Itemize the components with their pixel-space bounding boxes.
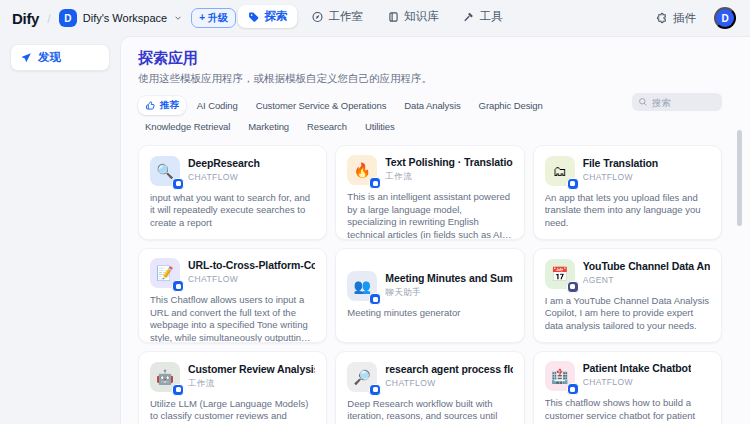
app-emoji-icon: 📝 [156, 265, 173, 281]
app-card-header: 👥 Meeting Minutes and Summary 聊天助手 [347, 271, 512, 301]
app-card-type: CHATFLOW [188, 172, 260, 182]
plugin-icon [656, 12, 668, 24]
app-card-url-to-cross-platform-copywriting[interactable]: 📝 URL-to-Cross-Platform-Copywriting CHAT… [138, 248, 327, 343]
app-card-description: input what you want to search for, and i… [150, 192, 315, 230]
app-emoji-icon: 🔥 [354, 162, 371, 178]
category-label: Customer Service & Operations [256, 100, 387, 111]
page-title: 探索应用 [138, 49, 722, 68]
search-input[interactable] [652, 97, 716, 108]
category-tab-utilities[interactable]: Utilities [358, 118, 402, 135]
app-card-titles: research agent process flow CHATFLOW [385, 362, 512, 388]
app-card-title: Meeting Minutes and Summary [385, 272, 512, 285]
sidebar: 发现 [0, 36, 120, 424]
app-card-title: research agent process flow [385, 363, 512, 376]
app-card-header: 📅 YouTube Channel Data Analysis AGENT [545, 259, 710, 289]
app-card-description: An app that lets you upload files and tr… [545, 192, 710, 230]
nav-icon [463, 11, 475, 23]
app-type-badge-icon [567, 383, 579, 395]
app-card-meeting-minutes-and-summary[interactable]: 👥 Meeting Minutes and Summary 聊天助手 Meeti… [335, 248, 524, 343]
category-tab-research[interactable]: Research [300, 118, 354, 135]
app-emoji-icon: 🏥 [551, 368, 568, 384]
vertical-scrollbar[interactable] [737, 130, 742, 226]
app-card-titles: Text Polishing · Translation Tool 工作流 [385, 155, 512, 183]
app-cards-grid: 🔍 DeepResearch CHATFLOW input what you w… [138, 145, 722, 424]
app-icon: 🔍 [150, 156, 180, 186]
logo-divider: / [47, 11, 51, 26]
thumbs-up-icon [145, 100, 156, 111]
app-card-title: DeepResearch [188, 157, 260, 170]
category-tabs: 推荐 AI Coding Customer Service & Operatio… [138, 96, 643, 135]
app-card-description: Deep Research workflow built with iterat… [347, 398, 512, 424]
nav-icon [248, 11, 260, 23]
app-card-deepresearch[interactable]: 🔍 DeepResearch CHATFLOW input what you w… [138, 145, 327, 240]
app-card-title: Text Polishing · Translation Tool [385, 156, 512, 169]
topbar-nav-item-knowledge[interactable]: 知识库 [377, 5, 449, 28]
app-card-file-translation[interactable]: 🗂 File Translation CHATFLOW An app that … [533, 145, 722, 240]
app-card-header: 📝 URL-to-Cross-Platform-Copywriting CHAT… [150, 258, 315, 288]
app-card-patient-intake-chatbot[interactable]: 🏥 Patient Intake Chatbot CHATFLOW This c… [533, 351, 722, 424]
topbar-nav-item-studio[interactable]: 工作室 [302, 5, 374, 28]
category-tab-graphic-design[interactable]: Graphic Design [472, 96, 550, 115]
discover-label: 发现 [38, 50, 61, 65]
category-tab-marketing[interactable]: Marketing [241, 118, 296, 135]
user-avatar[interactable]: D [714, 7, 736, 29]
nav-label: 工作室 [329, 9, 364, 24]
category-tab-customer-service[interactable]: Customer Service & Operations [249, 96, 394, 115]
discover-icon [20, 52, 32, 64]
app-type-badge-icon [172, 384, 184, 396]
nav-label: 探索 [265, 9, 288, 24]
app-card-research-agent-process-flow[interactable]: 🔎 research agent process flow CHATFLOW D… [335, 351, 524, 424]
chevron-down-icon [173, 13, 183, 23]
topbar-nav-item-tools[interactable]: 工具 [453, 5, 513, 28]
nav-icon [312, 11, 324, 23]
category-tab-knowledge-retrieval[interactable]: Knowledge Retrieval [138, 118, 237, 135]
app-emoji-icon: 🔎 [354, 369, 371, 385]
plugins-button[interactable]: 插件 [650, 10, 702, 27]
upgrade-button[interactable]: + 升级 [191, 8, 236, 28]
app-type-badge-icon [567, 281, 579, 293]
content-area: 发现 探索应用 使用这些模板应用程序，或根据模板自定义您自己的应用程序。 推荐 … [0, 36, 750, 424]
topbar-nav-item-explore[interactable]: 探索 [238, 5, 298, 28]
app-icon: 👥 [347, 271, 377, 301]
app-card-type: CHATFLOW [385, 378, 512, 388]
category-tab-ai-coding[interactable]: AI Coding [190, 96, 245, 115]
app-card-description: This is an intelligent assistant powered… [347, 191, 512, 240]
nav-label: 知识库 [404, 9, 439, 24]
app-card-type: 聊天助手 [385, 287, 512, 299]
top-bar: Dify / D Dify's Workspace + 升级 探索 工作室 知识… [0, 0, 750, 36]
app-type-badge-icon [172, 280, 184, 292]
category-tab-data-analysis[interactable]: Data Analysis [397, 96, 467, 115]
workspace-selector[interactable]: D Dify's Workspace [59, 9, 183, 27]
app-emoji-icon: 👥 [354, 278, 371, 294]
app-card-titles: DeepResearch CHATFLOW [188, 156, 260, 182]
dify-logo: Dify [12, 10, 39, 27]
nav-icon [387, 11, 399, 23]
app-card-description: I am a YouTube Channel Data Analysis Cop… [545, 295, 710, 333]
search-icon [638, 97, 648, 107]
app-card-title: URL-to-Cross-Platform-Copywriting [188, 259, 315, 272]
search-box[interactable] [632, 93, 722, 111]
app-card-type: 工作流 [385, 171, 512, 183]
app-card-header: 🔍 DeepResearch CHATFLOW [150, 156, 315, 186]
app-card-description: Meeting minutes generator [347, 307, 512, 320]
page-subtitle: 使用这些模板应用程序，或根据模板自定义您自己的应用程序。 [138, 72, 722, 86]
category-label: Knowledge Retrieval [145, 121, 230, 132]
category-tab-recommended[interactable]: 推荐 [138, 96, 186, 115]
app-type-badge-icon [369, 293, 381, 305]
app-card-titles: URL-to-Cross-Platform-Copywriting CHATFL… [188, 258, 315, 284]
app-emoji-icon: 🔍 [156, 163, 173, 179]
app-card-text-polishing-translation-tool[interactable]: 🔥 Text Polishing · Translation Tool 工作流 … [335, 145, 524, 240]
app-card-type: CHATFLOW [188, 274, 315, 284]
app-card-youtube-channel-data-analysis[interactable]: 📅 YouTube Channel Data Analysis AGENT I … [533, 248, 722, 343]
app-card-type: AGENT [583, 275, 710, 285]
explore-panel: 探索应用 使用这些模板应用程序，或根据模板自定义您自己的应用程序。 推荐 AI … [120, 36, 750, 424]
app-card-title: YouTube Channel Data Analysis [583, 260, 710, 273]
sidebar-item-discover[interactable]: 发现 [10, 44, 110, 71]
app-card-description: This Chatflow allows users to input a UR… [150, 294, 315, 343]
app-card-customer-review-analysis-workflow[interactable]: 🤖 Customer Review Analysis Workflow 工作流 … [138, 351, 327, 424]
nav-label: 工具 [480, 9, 503, 24]
workspace-name: Dify's Workspace [83, 12, 167, 24]
app-card-description: Utilize LLM (Large Language Models) to c… [150, 398, 315, 424]
category-label: Utilities [365, 121, 395, 132]
app-card-header: 🔎 research agent process flow CHATFLOW [347, 362, 512, 392]
